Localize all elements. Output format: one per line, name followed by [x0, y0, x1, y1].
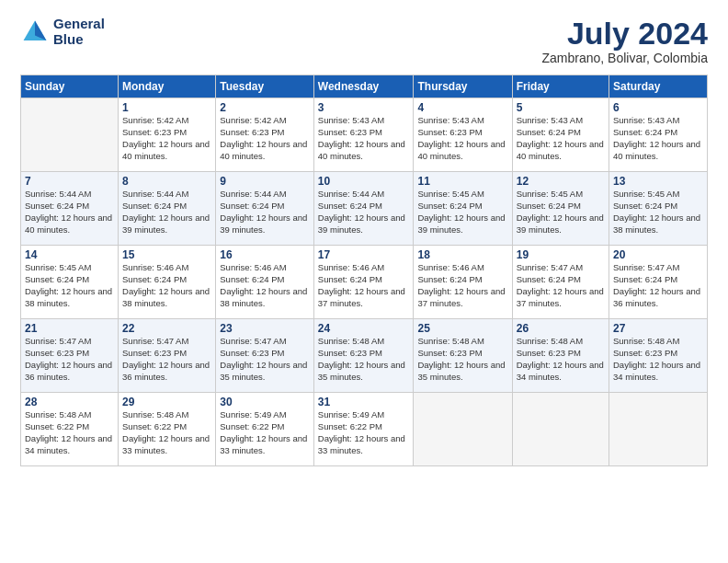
day-cell: 16 Sunrise: 5:46 AM Sunset: 6:24 PM Dayl… [216, 246, 314, 319]
day-number: 1 [122, 101, 211, 114]
day-cell: 9 Sunrise: 5:44 AM Sunset: 6:24 PM Dayli… [216, 172, 314, 246]
day-info: Sunrise: 5:48 AM Sunset: 6:23 PM Dayligh… [613, 336, 703, 383]
day-info: Sunrise: 5:45 AM Sunset: 6:24 PM Dayligh… [517, 189, 605, 236]
day-info: Sunrise: 5:49 AM Sunset: 6:22 PM Dayligh… [220, 409, 310, 456]
day-number: 13 [613, 175, 703, 188]
day-number: 18 [417, 248, 507, 261]
col-tuesday: Tuesday [216, 75, 314, 98]
col-monday: Monday [119, 75, 216, 98]
day-info: Sunrise: 5:44 AM Sunset: 6:24 PM Dayligh… [25, 189, 114, 236]
day-info: Sunrise: 5:44 AM Sunset: 6:24 PM Dayligh… [220, 189, 310, 236]
day-cell: 30 Sunrise: 5:49 AM Sunset: 6:22 PM Dayl… [216, 393, 314, 466]
day-number: 27 [613, 322, 703, 335]
day-cell: 25 Sunrise: 5:48 AM Sunset: 6:23 PM Dayl… [414, 319, 512, 393]
day-number: 9 [220, 175, 310, 188]
day-number: 2 [220, 101, 310, 114]
day-cell: 2 Sunrise: 5:42 AM Sunset: 6:23 PM Dayli… [216, 98, 314, 172]
day-info: Sunrise: 5:45 AM Sunset: 6:24 PM Dayligh… [417, 189, 507, 236]
day-cell: 5 Sunrise: 5:43 AM Sunset: 6:24 PM Dayli… [512, 98, 609, 172]
day-cell [512, 393, 609, 466]
day-info: Sunrise: 5:48 AM Sunset: 6:23 PM Dayligh… [417, 336, 507, 383]
day-cell: 29 Sunrise: 5:48 AM Sunset: 6:22 PM Dayl… [119, 393, 216, 466]
day-info: Sunrise: 5:49 AM Sunset: 6:22 PM Dayligh… [318, 409, 410, 456]
day-cell: 27 Sunrise: 5:48 AM Sunset: 6:23 PM Dayl… [609, 319, 708, 393]
day-cell: 13 Sunrise: 5:45 AM Sunset: 6:24 PM Dayl… [609, 172, 708, 246]
day-cell: 4 Sunrise: 5:43 AM Sunset: 6:23 PM Dayli… [414, 98, 512, 172]
header: General Blue July 2024 Zambrano, Bolivar… [20, 17, 708, 65]
day-number: 10 [318, 175, 410, 188]
day-number: 28 [25, 396, 114, 408]
day-cell: 26 Sunrise: 5:48 AM Sunset: 6:23 PM Dayl… [512, 319, 609, 393]
col-saturday: Saturday [609, 75, 708, 98]
location: Zambrano, Bolivar, Colombia [541, 51, 708, 65]
day-number: 22 [122, 322, 211, 335]
col-sunday: Sunday [21, 75, 119, 98]
day-info: Sunrise: 5:47 AM Sunset: 6:24 PM Dayligh… [613, 262, 703, 309]
day-number: 3 [318, 101, 410, 114]
day-info: Sunrise: 5:43 AM Sunset: 6:23 PM Dayligh… [318, 115, 410, 162]
day-cell: 24 Sunrise: 5:48 AM Sunset: 6:23 PM Dayl… [313, 319, 414, 393]
day-info: Sunrise: 5:48 AM Sunset: 6:23 PM Dayligh… [318, 336, 410, 383]
day-info: Sunrise: 5:46 AM Sunset: 6:24 PM Dayligh… [318, 262, 410, 309]
day-number: 16 [220, 248, 310, 261]
calendar-table: Sunday Monday Tuesday Wednesday Thursday… [20, 75, 708, 466]
day-number: 17 [318, 248, 410, 261]
day-info: Sunrise: 5:42 AM Sunset: 6:23 PM Dayligh… [122, 115, 211, 162]
day-cell: 6 Sunrise: 5:43 AM Sunset: 6:24 PM Dayli… [609, 98, 708, 172]
day-number: 29 [122, 396, 211, 408]
day-number: 12 [517, 175, 605, 188]
day-info: Sunrise: 5:46 AM Sunset: 6:24 PM Dayligh… [220, 262, 310, 309]
day-info: Sunrise: 5:43 AM Sunset: 6:24 PM Dayligh… [517, 115, 605, 162]
day-cell [609, 393, 708, 466]
day-info: Sunrise: 5:45 AM Sunset: 6:24 PM Dayligh… [25, 262, 114, 309]
day-number: 30 [220, 396, 310, 408]
day-info: Sunrise: 5:44 AM Sunset: 6:24 PM Dayligh… [318, 189, 410, 236]
day-cell: 22 Sunrise: 5:47 AM Sunset: 6:23 PM Dayl… [119, 319, 216, 393]
logo: General Blue [20, 17, 105, 47]
day-cell: 19 Sunrise: 5:47 AM Sunset: 6:24 PM Dayl… [512, 246, 609, 319]
day-number: 23 [220, 322, 310, 335]
day-info: Sunrise: 5:44 AM Sunset: 6:24 PM Dayligh… [122, 189, 211, 236]
week-row-2: 7 Sunrise: 5:44 AM Sunset: 6:24 PM Dayli… [21, 172, 708, 246]
day-number: 14 [25, 248, 114, 261]
day-cell: 31 Sunrise: 5:49 AM Sunset: 6:22 PM Dayl… [313, 393, 414, 466]
day-info: Sunrise: 5:46 AM Sunset: 6:24 PM Dayligh… [417, 262, 507, 309]
day-number: 31 [318, 396, 410, 408]
day-cell: 3 Sunrise: 5:43 AM Sunset: 6:23 PM Dayli… [313, 98, 414, 172]
day-cell: 11 Sunrise: 5:45 AM Sunset: 6:24 PM Dayl… [414, 172, 512, 246]
day-cell: 10 Sunrise: 5:44 AM Sunset: 6:24 PM Dayl… [313, 172, 414, 246]
day-cell: 23 Sunrise: 5:47 AM Sunset: 6:23 PM Dayl… [216, 319, 314, 393]
calendar-body: 1 Sunrise: 5:42 AM Sunset: 6:23 PM Dayli… [21, 98, 708, 466]
day-info: Sunrise: 5:48 AM Sunset: 6:22 PM Dayligh… [25, 409, 114, 456]
week-row-5: 28 Sunrise: 5:48 AM Sunset: 6:22 PM Dayl… [21, 393, 708, 466]
day-info: Sunrise: 5:42 AM Sunset: 6:23 PM Dayligh… [220, 115, 310, 162]
col-thursday: Thursday [414, 75, 512, 98]
day-cell: 17 Sunrise: 5:46 AM Sunset: 6:24 PM Dayl… [313, 246, 414, 319]
day-number: 6 [613, 101, 703, 114]
col-wednesday: Wednesday [313, 75, 414, 98]
col-friday: Friday [512, 75, 609, 98]
header-row: Sunday Monday Tuesday Wednesday Thursday… [21, 75, 708, 98]
day-info: Sunrise: 5:43 AM Sunset: 6:24 PM Dayligh… [613, 115, 703, 162]
day-cell: 8 Sunrise: 5:44 AM Sunset: 6:24 PM Dayli… [119, 172, 216, 246]
day-cell: 14 Sunrise: 5:45 AM Sunset: 6:24 PM Dayl… [21, 246, 119, 319]
page: General Blue July 2024 Zambrano, Bolivar… [0, 0, 728, 563]
day-info: Sunrise: 5:48 AM Sunset: 6:23 PM Dayligh… [517, 336, 605, 383]
day-cell [414, 393, 512, 466]
logo-icon [20, 17, 50, 47]
day-info: Sunrise: 5:47 AM Sunset: 6:23 PM Dayligh… [25, 336, 114, 383]
day-info: Sunrise: 5:46 AM Sunset: 6:24 PM Dayligh… [122, 262, 211, 309]
day-info: Sunrise: 5:47 AM Sunset: 6:24 PM Dayligh… [517, 262, 605, 309]
week-row-4: 21 Sunrise: 5:47 AM Sunset: 6:23 PM Dayl… [21, 319, 708, 393]
day-info: Sunrise: 5:48 AM Sunset: 6:22 PM Dayligh… [122, 409, 211, 456]
day-cell [21, 98, 119, 172]
day-number: 25 [417, 322, 507, 335]
day-number: 21 [25, 322, 114, 335]
logo-text: General Blue [53, 17, 105, 47]
day-number: 4 [417, 101, 507, 114]
day-number: 19 [517, 248, 605, 261]
day-info: Sunrise: 5:47 AM Sunset: 6:23 PM Dayligh… [220, 336, 310, 383]
day-cell: 7 Sunrise: 5:44 AM Sunset: 6:24 PM Dayli… [21, 172, 119, 246]
day-cell: 21 Sunrise: 5:47 AM Sunset: 6:23 PM Dayl… [21, 319, 119, 393]
week-row-1: 1 Sunrise: 5:42 AM Sunset: 6:23 PM Dayli… [21, 98, 708, 172]
